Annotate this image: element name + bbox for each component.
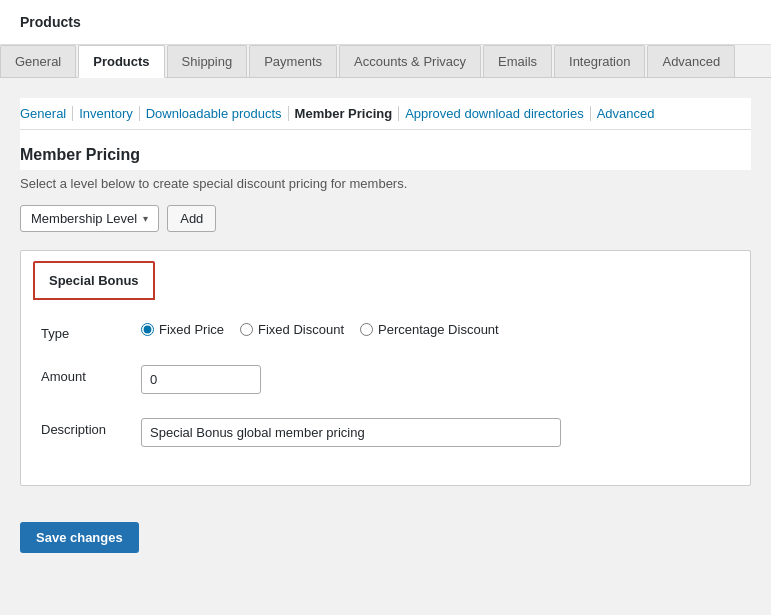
radio-fixed-discount-input[interactable] bbox=[240, 323, 253, 336]
tab-advanced[interactable]: Advanced bbox=[647, 45, 735, 77]
tab-payments[interactable]: Payments bbox=[249, 45, 337, 77]
page-title: Products bbox=[20, 14, 751, 30]
chevron-down-icon: ▾ bbox=[143, 213, 148, 224]
tab-emails[interactable]: Emails bbox=[483, 45, 552, 77]
section-title: Member Pricing bbox=[20, 146, 751, 164]
tabs-nav: General Products Shipping Payments Accou… bbox=[0, 45, 771, 78]
tab-integration[interactable]: Integration bbox=[554, 45, 645, 77]
subnav-advanced[interactable]: Advanced bbox=[591, 106, 661, 121]
type-control: Fixed Price Fixed Discount Percentage Di… bbox=[141, 322, 730, 337]
description-input[interactable] bbox=[141, 418, 561, 447]
subnav-general[interactable]: General bbox=[20, 106, 73, 121]
radio-fixed-price-input[interactable] bbox=[141, 323, 154, 336]
radio-fixed-price[interactable]: Fixed Price bbox=[141, 322, 224, 337]
radio-percentage-discount-label: Percentage Discount bbox=[378, 322, 499, 337]
tab-accounts-privacy[interactable]: Accounts & Privacy bbox=[339, 45, 481, 77]
membership-level-dropdown[interactable]: Membership Level ▾ bbox=[20, 205, 159, 232]
type-label: Type bbox=[41, 322, 141, 341]
radio-fixed-discount[interactable]: Fixed Discount bbox=[240, 322, 344, 337]
radio-group: Fixed Price Fixed Discount Percentage Di… bbox=[141, 322, 730, 337]
radio-percentage-discount-input[interactable] bbox=[360, 323, 373, 336]
amount-control bbox=[141, 365, 730, 394]
subnav-downloadable[interactable]: Downloadable products bbox=[140, 106, 289, 121]
subnav: General Inventory Downloadable products … bbox=[20, 98, 751, 130]
save-changes-button[interactable]: Save changes bbox=[20, 522, 139, 553]
add-button[interactable]: Add bbox=[167, 205, 216, 232]
dropdown-label: Membership Level bbox=[31, 211, 137, 226]
tab-shipping[interactable]: Shipping bbox=[167, 45, 248, 77]
pricing-card-body: Type Fixed Price Fixed Discount bbox=[21, 310, 750, 485]
radio-fixed-discount-label: Fixed Discount bbox=[258, 322, 344, 337]
amount-row: Amount bbox=[41, 359, 730, 394]
footer-row: Save changes bbox=[20, 506, 751, 553]
amount-label: Amount bbox=[41, 365, 141, 384]
section-header: Member Pricing bbox=[20, 130, 751, 170]
subnav-inventory[interactable]: Inventory bbox=[73, 106, 139, 121]
subnav-member-pricing[interactable]: Member Pricing bbox=[289, 106, 400, 121]
subnav-approved-download[interactable]: Approved download directories bbox=[399, 106, 591, 121]
section-description: Select a level below to create special d… bbox=[20, 176, 751, 191]
pricing-card: Special Bonus Type Fixed Price Fixed Dis… bbox=[20, 250, 751, 486]
tab-products[interactable]: Products bbox=[78, 45, 164, 78]
control-row: Membership Level ▾ Add bbox=[20, 205, 751, 232]
main-content: General Inventory Downloadable products … bbox=[0, 78, 771, 615]
radio-fixed-price-label: Fixed Price bbox=[159, 322, 224, 337]
description-label: Description bbox=[41, 418, 141, 437]
radio-percentage-discount[interactable]: Percentage Discount bbox=[360, 322, 499, 337]
description-control bbox=[141, 418, 730, 447]
page-title-bar: Products bbox=[0, 0, 771, 45]
tab-general[interactable]: General bbox=[0, 45, 76, 77]
amount-input[interactable] bbox=[141, 365, 261, 394]
type-row: Type Fixed Price Fixed Discount bbox=[41, 316, 730, 341]
description-row: Description bbox=[41, 412, 730, 447]
pricing-card-header: Special Bonus bbox=[33, 261, 155, 300]
